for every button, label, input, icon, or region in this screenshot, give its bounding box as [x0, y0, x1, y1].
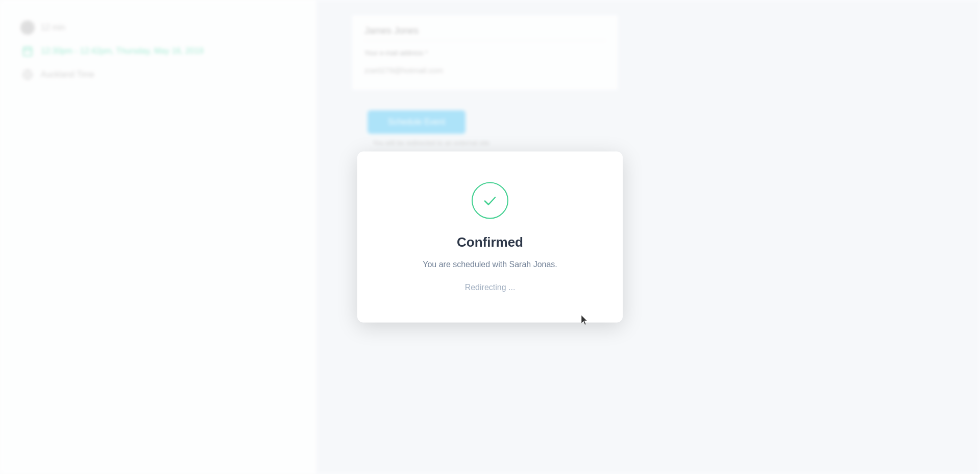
modal-redirecting-text: Redirecting ... [465, 283, 516, 292]
check-circle-icon [472, 182, 508, 219]
modal-subtitle: You are scheduled with Sarah Jonas. [423, 258, 557, 271]
confirmation-modal: Confirmed You are scheduled with Sarah J… [357, 152, 623, 323]
modal-title: Confirmed [457, 234, 523, 250]
